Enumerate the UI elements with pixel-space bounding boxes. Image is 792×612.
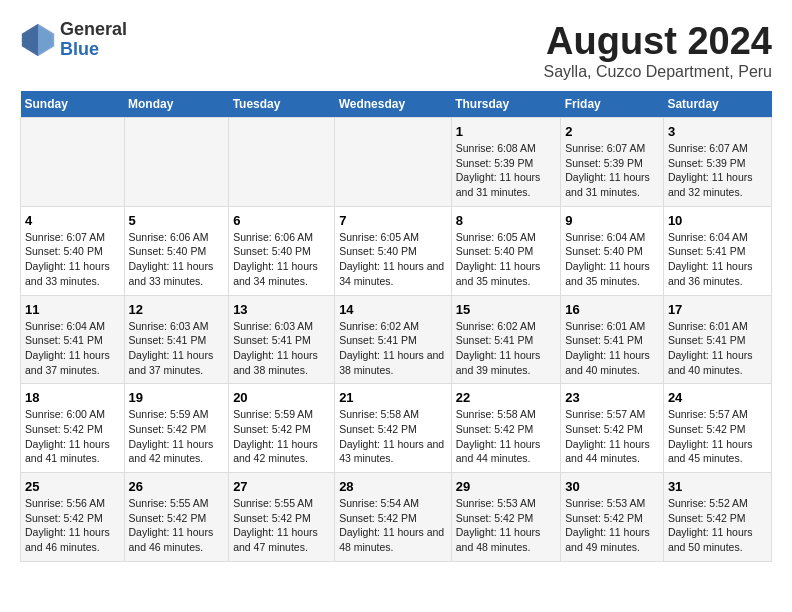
logo-icon <box>20 22 56 58</box>
calendar-cell: 20Sunrise: 5:59 AMSunset: 5:42 PMDayligh… <box>229 384 335 473</box>
calendar-cell <box>229 118 335 207</box>
day-number: 8 <box>456 213 557 228</box>
day-info: Sunrise: 5:57 AMSunset: 5:42 PMDaylight:… <box>668 407 767 466</box>
calendar-cell: 15Sunrise: 6:02 AMSunset: 5:41 PMDayligh… <box>451 295 561 384</box>
calendar-cell: 22Sunrise: 5:58 AMSunset: 5:42 PMDayligh… <box>451 384 561 473</box>
day-info: Sunrise: 6:07 AMSunset: 5:39 PMDaylight:… <box>565 141 659 200</box>
title-section: August 2024 Saylla, Cuzco Department, Pe… <box>543 20 772 81</box>
calendar-cell: 26Sunrise: 5:55 AMSunset: 5:42 PMDayligh… <box>124 473 229 562</box>
day-info: Sunrise: 5:55 AMSunset: 5:42 PMDaylight:… <box>129 496 225 555</box>
calendar-cell: 27Sunrise: 5:55 AMSunset: 5:42 PMDayligh… <box>229 473 335 562</box>
day-number: 11 <box>25 302 120 317</box>
day-info: Sunrise: 6:07 AMSunset: 5:40 PMDaylight:… <box>25 230 120 289</box>
day-header-tuesday: Tuesday <box>229 91 335 118</box>
calendar-cell: 29Sunrise: 5:53 AMSunset: 5:42 PMDayligh… <box>451 473 561 562</box>
day-number: 24 <box>668 390 767 405</box>
day-number: 23 <box>565 390 659 405</box>
day-number: 29 <box>456 479 557 494</box>
calendar-cell: 19Sunrise: 5:59 AMSunset: 5:42 PMDayligh… <box>124 384 229 473</box>
day-number: 6 <box>233 213 330 228</box>
day-number: 26 <box>129 479 225 494</box>
day-info: Sunrise: 5:57 AMSunset: 5:42 PMDaylight:… <box>565 407 659 466</box>
logo: General Blue <box>20 20 127 60</box>
week-row-2: 4Sunrise: 6:07 AMSunset: 5:40 PMDaylight… <box>21 206 772 295</box>
day-info: Sunrise: 5:53 AMSunset: 5:42 PMDaylight:… <box>456 496 557 555</box>
week-row-3: 11Sunrise: 6:04 AMSunset: 5:41 PMDayligh… <box>21 295 772 384</box>
calendar-cell: 1Sunrise: 6:08 AMSunset: 5:39 PMDaylight… <box>451 118 561 207</box>
subtitle: Saylla, Cuzco Department, Peru <box>543 63 772 81</box>
calendar-cell: 9Sunrise: 6:04 AMSunset: 5:40 PMDaylight… <box>561 206 664 295</box>
week-row-4: 18Sunrise: 6:00 AMSunset: 5:42 PMDayligh… <box>21 384 772 473</box>
week-row-5: 25Sunrise: 5:56 AMSunset: 5:42 PMDayligh… <box>21 473 772 562</box>
calendar-cell <box>21 118 125 207</box>
calendar-cell: 16Sunrise: 6:01 AMSunset: 5:41 PMDayligh… <box>561 295 664 384</box>
day-info: Sunrise: 5:53 AMSunset: 5:42 PMDaylight:… <box>565 496 659 555</box>
calendar-cell: 31Sunrise: 5:52 AMSunset: 5:42 PMDayligh… <box>663 473 771 562</box>
day-number: 5 <box>129 213 225 228</box>
calendar-cell: 4Sunrise: 6:07 AMSunset: 5:40 PMDaylight… <box>21 206 125 295</box>
day-number: 22 <box>456 390 557 405</box>
calendar-cell <box>124 118 229 207</box>
calendar-cell: 12Sunrise: 6:03 AMSunset: 5:41 PMDayligh… <box>124 295 229 384</box>
day-info: Sunrise: 6:05 AMSunset: 5:40 PMDaylight:… <box>456 230 557 289</box>
day-number: 15 <box>456 302 557 317</box>
day-number: 7 <box>339 213 447 228</box>
day-header-sunday: Sunday <box>21 91 125 118</box>
day-number: 3 <box>668 124 767 139</box>
calendar-cell: 7Sunrise: 6:05 AMSunset: 5:40 PMDaylight… <box>335 206 452 295</box>
page-header: General Blue August 2024 Saylla, Cuzco D… <box>20 20 772 81</box>
calendar-cell: 30Sunrise: 5:53 AMSunset: 5:42 PMDayligh… <box>561 473 664 562</box>
day-info: Sunrise: 6:00 AMSunset: 5:42 PMDaylight:… <box>25 407 120 466</box>
day-info: Sunrise: 5:55 AMSunset: 5:42 PMDaylight:… <box>233 496 330 555</box>
calendar-cell: 28Sunrise: 5:54 AMSunset: 5:42 PMDayligh… <box>335 473 452 562</box>
calendar-cell: 23Sunrise: 5:57 AMSunset: 5:42 PMDayligh… <box>561 384 664 473</box>
calendar-cell: 14Sunrise: 6:02 AMSunset: 5:41 PMDayligh… <box>335 295 452 384</box>
day-number: 20 <box>233 390 330 405</box>
day-info: Sunrise: 6:08 AMSunset: 5:39 PMDaylight:… <box>456 141 557 200</box>
day-number: 14 <box>339 302 447 317</box>
day-info: Sunrise: 6:04 AMSunset: 5:41 PMDaylight:… <box>668 230 767 289</box>
logo-text: General Blue <box>60 20 127 60</box>
day-header-saturday: Saturday <box>663 91 771 118</box>
logo-blue: Blue <box>60 40 127 60</box>
day-info: Sunrise: 6:03 AMSunset: 5:41 PMDaylight:… <box>233 319 330 378</box>
calendar-cell: 18Sunrise: 6:00 AMSunset: 5:42 PMDayligh… <box>21 384 125 473</box>
day-info: Sunrise: 6:05 AMSunset: 5:40 PMDaylight:… <box>339 230 447 289</box>
svg-marker-2 <box>22 24 38 56</box>
day-info: Sunrise: 5:59 AMSunset: 5:42 PMDaylight:… <box>129 407 225 466</box>
day-number: 2 <box>565 124 659 139</box>
calendar-table: SundayMondayTuesdayWednesdayThursdayFrid… <box>20 91 772 562</box>
day-number: 10 <box>668 213 767 228</box>
calendar-cell: 3Sunrise: 6:07 AMSunset: 5:39 PMDaylight… <box>663 118 771 207</box>
calendar-cell: 25Sunrise: 5:56 AMSunset: 5:42 PMDayligh… <box>21 473 125 562</box>
day-info: Sunrise: 6:06 AMSunset: 5:40 PMDaylight:… <box>233 230 330 289</box>
calendar-cell: 17Sunrise: 6:01 AMSunset: 5:41 PMDayligh… <box>663 295 771 384</box>
day-info: Sunrise: 6:04 AMSunset: 5:41 PMDaylight:… <box>25 319 120 378</box>
calendar-cell: 5Sunrise: 6:06 AMSunset: 5:40 PMDaylight… <box>124 206 229 295</box>
day-number: 28 <box>339 479 447 494</box>
day-number: 30 <box>565 479 659 494</box>
calendar-cell: 2Sunrise: 6:07 AMSunset: 5:39 PMDaylight… <box>561 118 664 207</box>
day-number: 19 <box>129 390 225 405</box>
day-number: 31 <box>668 479 767 494</box>
day-info: Sunrise: 6:02 AMSunset: 5:41 PMDaylight:… <box>339 319 447 378</box>
day-number: 16 <box>565 302 659 317</box>
day-number: 27 <box>233 479 330 494</box>
header-row: SundayMondayTuesdayWednesdayThursdayFrid… <box>21 91 772 118</box>
day-info: Sunrise: 5:58 AMSunset: 5:42 PMDaylight:… <box>339 407 447 466</box>
day-header-thursday: Thursday <box>451 91 561 118</box>
day-number: 18 <box>25 390 120 405</box>
day-info: Sunrise: 5:58 AMSunset: 5:42 PMDaylight:… <box>456 407 557 466</box>
day-info: Sunrise: 6:01 AMSunset: 5:41 PMDaylight:… <box>565 319 659 378</box>
logo-general: General <box>60 20 127 40</box>
calendar-cell: 13Sunrise: 6:03 AMSunset: 5:41 PMDayligh… <box>229 295 335 384</box>
day-number: 1 <box>456 124 557 139</box>
day-number: 4 <box>25 213 120 228</box>
day-number: 12 <box>129 302 225 317</box>
main-title: August 2024 <box>543 20 772 63</box>
day-info: Sunrise: 5:59 AMSunset: 5:42 PMDaylight:… <box>233 407 330 466</box>
day-info: Sunrise: 6:02 AMSunset: 5:41 PMDaylight:… <box>456 319 557 378</box>
calendar-cell: 10Sunrise: 6:04 AMSunset: 5:41 PMDayligh… <box>663 206 771 295</box>
week-row-1: 1Sunrise: 6:08 AMSunset: 5:39 PMDaylight… <box>21 118 772 207</box>
day-header-monday: Monday <box>124 91 229 118</box>
